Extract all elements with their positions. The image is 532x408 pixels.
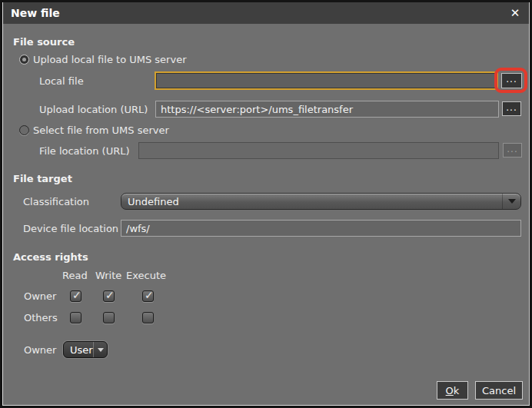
chevron-down-icon	[502, 194, 520, 209]
checkbox-owner-write[interactable]	[103, 290, 115, 302]
column-header-read: Read	[62, 270, 88, 281]
close-icon[interactable]: ✕	[507, 2, 524, 24]
device-file-location-label: Device file location	[23, 223, 118, 234]
owner-dropdown-value: User	[70, 344, 93, 356]
dialog-title: New file	[2, 7, 60, 19]
checkbox-others-execute[interactable]	[142, 312, 154, 323]
upload-location-input[interactable]	[155, 101, 499, 118]
local-file-browse-button[interactable]: ...	[501, 73, 522, 88]
classification-label: Classification	[23, 196, 89, 207]
chevron-down-icon	[93, 342, 107, 357]
local-file-label: Local file	[39, 75, 84, 87]
checkbox-owner-execute[interactable]	[142, 290, 154, 302]
owner-row-label: Owner	[24, 290, 56, 302]
classification-value: Undefined	[128, 196, 179, 207]
checkbox-others-read[interactable]	[70, 312, 81, 323]
others-row-label: Others	[24, 312, 58, 323]
owner-select-label: Owner	[24, 344, 56, 356]
owner-dropdown[interactable]: User	[63, 341, 108, 358]
radio-select-from-ums-label[interactable]: Select file from UMS server	[33, 124, 169, 136]
radio-upload-local-file-label[interactable]: Upload local file to UMS server	[33, 54, 187, 65]
file-location-input[interactable]	[138, 142, 499, 159]
cancel-button[interactable]: Cancel	[475, 381, 523, 400]
file-location-label: File location (URL)	[39, 145, 130, 157]
column-header-execute: Execute	[126, 270, 166, 281]
section-header-file-source: File source	[13, 36, 75, 48]
column-header-write: Write	[95, 270, 121, 281]
radio-select-from-ums[interactable]	[19, 125, 29, 135]
checkbox-others-write[interactable]	[103, 312, 115, 323]
device-file-location-input[interactable]	[121, 220, 521, 237]
file-location-browse-button[interactable]: ...	[503, 143, 522, 158]
titlebar[interactable]: New file ✕	[2, 2, 530, 24]
checkbox-owner-read[interactable]	[70, 290, 81, 302]
upload-location-browse-button[interactable]: ...	[502, 101, 521, 116]
radio-upload-local-file[interactable]	[19, 55, 29, 65]
section-header-file-target: File target	[13, 173, 72, 184]
section-header-access-rights: Access rights	[13, 251, 88, 263]
local-file-input[interactable]	[155, 71, 498, 90]
new-file-dialog: New file ✕ File source Upload local file…	[0, 0, 532, 408]
upload-location-label: Upload location (URL)	[39, 104, 148, 115]
ok-button[interactable]: Ok	[437, 381, 468, 400]
classification-dropdown[interactable]: Undefined	[121, 193, 521, 210]
